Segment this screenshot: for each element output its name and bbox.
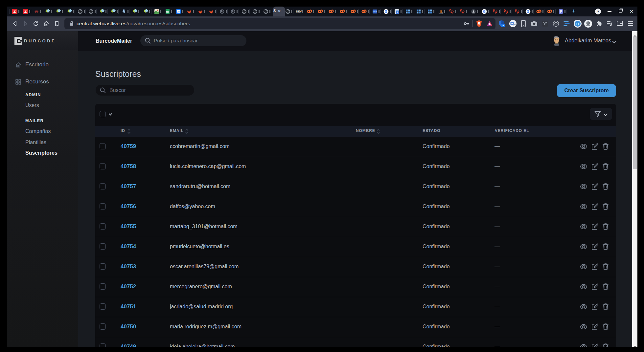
svg-text:G: G (483, 10, 486, 13)
svg-text:G: G (511, 22, 513, 25)
svg-text:G: G (385, 10, 387, 13)
svg-text:FI: FI (576, 22, 579, 26)
svg-text:A: A (397, 11, 399, 13)
svg-text:JSON: JSON (373, 11, 377, 12)
svg-text:G: G (527, 10, 529, 13)
svg-text:28: 28 (177, 11, 180, 13)
